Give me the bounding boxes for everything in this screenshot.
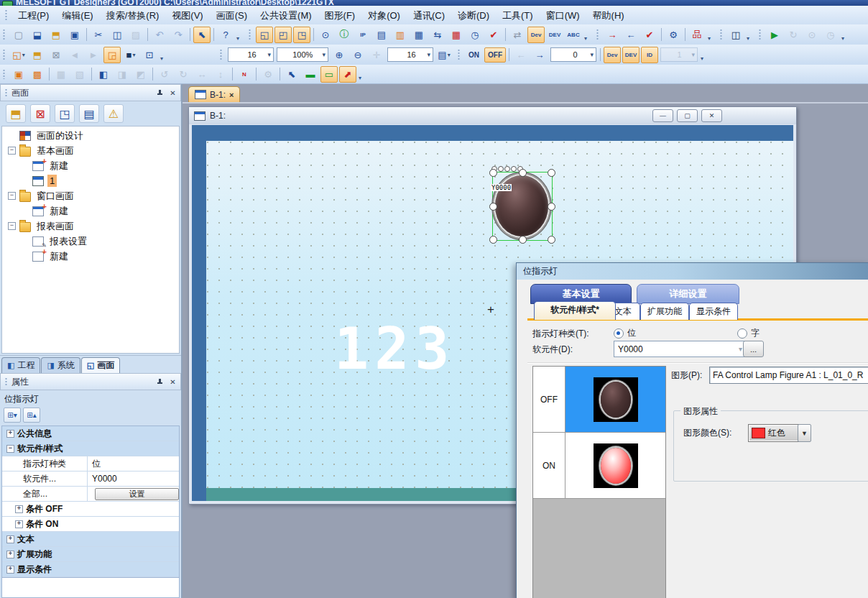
property-setup-button[interactable]: 设置 — [95, 488, 179, 500]
window-screen-props[interactable]: ◳ — [293, 27, 310, 43]
menu-item[interactable]: 工具(T) — [496, 7, 540, 24]
write-to-got[interactable]: → — [604, 27, 621, 43]
state-row[interactable]: ON — [533, 433, 665, 499]
rotate-right[interactable]: ↻ — [175, 66, 192, 83]
property-row[interactable]: +条件 OFF — [2, 502, 179, 517]
screen-forward[interactable]: ► — [85, 47, 102, 63]
save-project[interactable]: ▣ — [66, 27, 83, 43]
window-swap[interactable]: ⇄ — [509, 27, 526, 43]
copy[interactable]: ◫ — [108, 27, 126, 43]
bring-to-front[interactable]: ▣ — [10, 66, 27, 83]
close-icon[interactable]: ✕ — [167, 88, 178, 98]
comment-button[interactable]: ▤ — [79, 104, 99, 123]
tree-expander[interactable]: − — [8, 222, 16, 230]
rotate-left[interactable]: ↺ — [156, 66, 173, 83]
state-prev[interactable]: ← — [512, 47, 530, 63]
device-comment-list[interactable]: ▤ — [373, 27, 390, 43]
state-next[interactable]: → — [531, 47, 548, 63]
resize-handle[interactable] — [548, 203, 555, 211]
expand-all-button[interactable]: ⊞▴ — [23, 408, 40, 423]
open-screen-button[interactable]: ⬒ — [6, 104, 26, 123]
data-check[interactable]: ▦ — [448, 27, 465, 43]
lamp-selection-box[interactable]: Y0000 — [492, 172, 553, 241]
verify[interactable]: ✔ — [641, 27, 658, 43]
dock-tab-screen[interactable]: ◱ 画面 — [81, 357, 120, 373]
label-device-display[interactable]: DEV — [622, 47, 640, 63]
device-display[interactable]: Dev — [604, 47, 621, 63]
menu-item[interactable]: 搜索/替换(R) — [100, 7, 166, 24]
window-screen-open[interactable]: ◰ — [274, 27, 292, 43]
menu-item[interactable]: 图形(F) — [318, 7, 362, 24]
object-settings[interactable]: ⚙ — [259, 66, 277, 83]
property-row[interactable]: 软元件... Y0000 — [2, 472, 179, 487]
simulator-watch[interactable]: ⊙ — [803, 27, 821, 43]
simulator-stop[interactable]: ◷ — [822, 27, 839, 43]
new-screen[interactable]: ◱ — [10, 47, 27, 63]
snap-select[interactable]: 16 — [387, 47, 433, 62]
mini-handle[interactable] — [504, 166, 510, 172]
numeric-display-object[interactable]: 123 — [334, 321, 456, 378]
property-row[interactable]: −软元件/样式 — [2, 441, 179, 456]
tab-display-condition[interactable]: 显示条件 — [689, 303, 738, 320]
tree-item[interactable]: − 报表画面 — [2, 218, 179, 234]
resize-handle[interactable] — [489, 236, 497, 244]
tab-extended[interactable]: 扩展功能 — [640, 303, 689, 320]
mini-handle[interactable] — [511, 166, 517, 172]
property-row[interactable]: 指示灯种类 位 — [2, 456, 179, 472]
ip-address-list[interactable]: IP — [354, 27, 371, 43]
resize-handle[interactable] — [489, 203, 497, 211]
flip-horizontal[interactable]: ↔ — [193, 66, 211, 83]
color-dropdown-button[interactable]: ▼ — [798, 424, 811, 442]
text-list[interactable]: ABC — [565, 27, 582, 43]
menu-item[interactable]: 工程(P) — [11, 7, 55, 24]
id-display[interactable]: ID — [641, 47, 658, 63]
screen-image-list[interactable]: ◲ — [103, 47, 121, 63]
language-select[interactable]: 1 — [660, 47, 698, 62]
menu-item[interactable]: 窗口(W) — [540, 7, 586, 24]
menu-item[interactable]: 视图(V) — [165, 7, 209, 24]
section-expander[interactable]: + — [6, 430, 14, 438]
tab-device-style[interactable]: 软元件/样式* — [534, 301, 616, 320]
zoom-select[interactable]: 100% — [277, 47, 328, 62]
time-action[interactable]: ◷ — [466, 27, 484, 43]
resize-handle[interactable] — [519, 236, 527, 244]
device-combobox[interactable]: Y0000 — [614, 341, 747, 357]
data-list[interactable]: ▦ — [410, 27, 428, 43]
group-objects[interactable]: ▦ — [52, 66, 70, 83]
menu-item[interactable]: 诊断(D) — [451, 7, 496, 24]
mini-handle[interactable] — [498, 166, 504, 172]
tree-item[interactable]: 1 — [2, 173, 179, 188]
ungroup-objects[interactable]: ▧ — [71, 66, 88, 83]
menu-item[interactable]: 帮助(H) — [586, 7, 631, 24]
data-transfer[interactable]: ⇆ — [429, 27, 446, 43]
device-monitor[interactable]: Dev — [527, 27, 545, 43]
screen-back[interactable]: ◄ — [66, 47, 83, 63]
section-expander[interactable]: + — [15, 505, 23, 513]
state-off-button[interactable]: OFF — [484, 47, 506, 63]
coordinate-check[interactable]: ◫ — [727, 27, 744, 43]
shape-value-field[interactable]: FA Control Lamp Figure A1 : L_01_0_R — [709, 367, 868, 384]
cut[interactable]: ✂ — [90, 27, 107, 43]
resize-handle[interactable] — [489, 169, 497, 177]
tree-item[interactable]: 新建 — [2, 249, 179, 264]
zoom-in[interactable]: ⊕ — [331, 47, 348, 63]
state-on-button[interactable]: ON — [465, 47, 483, 63]
menu-item[interactable]: 画面(S) — [210, 7, 254, 24]
property-row[interactable]: +扩展功能 — [2, 547, 179, 562]
document-tab[interactable]: B-1: × — [188, 86, 240, 102]
select-mode[interactable]: ⬉ — [193, 27, 211, 43]
fit-screen[interactable]: ✛ — [368, 47, 385, 63]
property-row[interactable]: +文本 — [2, 532, 179, 547]
read-from-got[interactable]: ← — [622, 27, 640, 43]
state-row[interactable]: OFF — [533, 367, 665, 433]
object-frame[interactable]: ▭ — [320, 66, 338, 83]
open-recent-project[interactable]: ⬓ — [29, 27, 46, 43]
tree-item[interactable]: − 基本画面 — [2, 143, 179, 158]
property-row[interactable]: +显示条件 — [2, 562, 179, 577]
section-expander[interactable]: + — [6, 566, 14, 574]
error-check-button[interactable]: ⚠ — [103, 104, 124, 123]
device-browse-button[interactable]: ... — [743, 341, 764, 357]
communication-setup[interactable]: ⚙ — [665, 27, 682, 43]
select-object[interactable]: ⬉ — [283, 66, 300, 83]
collapse-all-button[interactable]: ⊞▾ — [4, 408, 21, 423]
